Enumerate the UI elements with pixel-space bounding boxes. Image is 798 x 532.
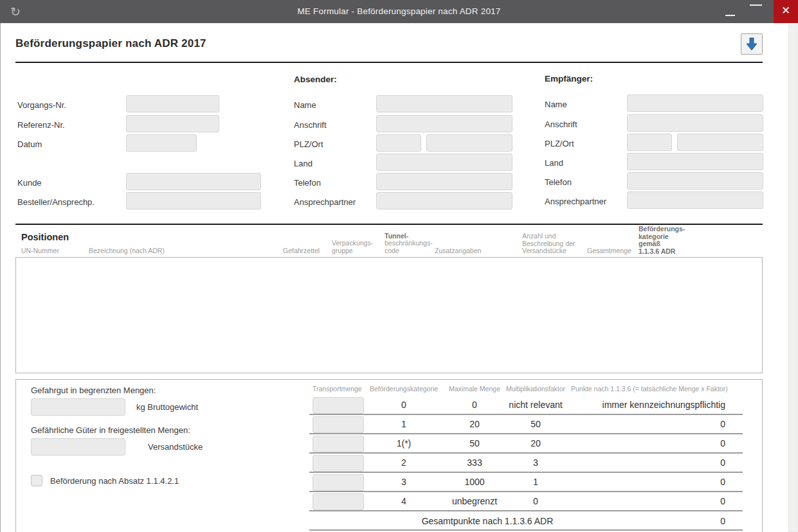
cell-max-menge: 50 — [441, 438, 508, 448]
maximize-icon[interactable] — [750, 4, 762, 6]
table-row: 0 0 nicht relevant immer kennzeichnungsp… — [309, 396, 743, 415]
total-points-value: 0 — [532, 516, 725, 526]
window-border-left — [0, 23, 1, 532]
absender-plz-input[interactable] — [376, 134, 421, 152]
transportmenge-input-1[interactable] — [313, 416, 364, 433]
empfaenger-ansprechpartner-input[interactable] — [627, 191, 763, 209]
datum-input[interactable] — [126, 134, 197, 152]
kunde-label: Kunde — [17, 178, 42, 188]
cell-max-menge: 0 — [441, 400, 508, 410]
col-zusatzangaben: Zusatzangaben — [435, 247, 481, 255]
col-gefahrzettel: Gefahrzettel — [283, 247, 320, 255]
absender-name-label: Name — [294, 100, 316, 110]
empfaenger-land-label: Land — [545, 158, 563, 168]
lt-header-faktor: Multiplikationsfaktor — [499, 385, 572, 393]
transportmenge-input-2[interactable] — [313, 436, 364, 452]
col-verpackungsgruppe: Verpackungs- gruppe — [332, 240, 373, 254]
absender-anschrift-label: Anschrift — [294, 120, 327, 130]
minimize-icon[interactable] — [725, 15, 735, 16]
close-button[interactable]: ✕ — [774, 0, 798, 23]
table-row: 3 1000 1 0 — [309, 473, 743, 492]
limited-quantities-label: Gefahrgut in begrenzten Mengen: — [31, 386, 156, 395]
absender-land-input[interactable] — [376, 154, 512, 171]
absender-ansprechpartner-label: Ansprechpartner — [294, 197, 356, 207]
empfaenger-heading: Empfänger: — [545, 74, 593, 84]
empfaenger-ansprechpartner-label: Ansprechpartner — [545, 197, 606, 206]
col-un-nummer: UN-Nummer — [21, 247, 59, 255]
titlebar: ↻ ME Formular - Beförderungspapier nach … — [0, 0, 798, 23]
transportmenge-input-5[interactable] — [313, 493, 364, 510]
cell-punkte: 0 — [513, 496, 725, 506]
excepted-quantities-input[interactable] — [31, 438, 125, 456]
empfaenger-name-input[interactable] — [627, 94, 763, 112]
cell-punkte: 0 — [513, 438, 725, 448]
down-arrow-icon — [745, 37, 758, 51]
empfaenger-land-input[interactable] — [627, 153, 763, 170]
col-bezeichnung: Bezeichnung (nach ADR) — [89, 247, 165, 255]
transportmenge-input-0[interactable] — [313, 397, 364, 414]
referenz-input[interactable] — [126, 115, 219, 132]
table-row: 4 unbegrenzt 0 0 — [309, 492, 743, 511]
empfaenger-ort-input[interactable] — [677, 134, 763, 151]
positionen-list — [15, 257, 763, 373]
transportmenge-input-4[interactable] — [313, 474, 364, 491]
empfaenger-name-label: Name — [545, 100, 567, 109]
cell-max-menge: 1000 — [441, 477, 508, 487]
empfaenger-anschrift-label: Anschrift — [545, 120, 577, 129]
table-row: 1(*) 50 20 0 — [309, 434, 743, 454]
absender-anschrift-input[interactable] — [376, 115, 512, 132]
besteller-input[interactable] — [126, 192, 261, 209]
referenz-label: Referenz-Nr. — [17, 120, 65, 130]
empfaenger-plz-input[interactable] — [627, 134, 672, 151]
col-kategorie: Beförderungs- kategorie gemäß 1.1.3.6 AD… — [639, 226, 685, 255]
cell-max-menge: unbegrenzt — [441, 496, 508, 506]
absender-plzort-label: PLZ/Ort — [294, 139, 323, 149]
cell-max-menge: 333 — [441, 457, 508, 468]
col-gesamtmenge: Gesamtmenge — [587, 247, 631, 255]
lt-header-punkte: Punkte nach 1.1.3.6 (= tatsächliche Meng… — [571, 385, 728, 393]
empfaenger-telefon-input[interactable] — [627, 172, 763, 190]
absender-ansprechpartner-input[interactable] — [376, 192, 512, 209]
vorgangs-label: Vorgangs-Nr. — [17, 100, 66, 110]
cell-kategorie: 2 — [370, 457, 437, 468]
absender-heading: Absender: — [294, 75, 337, 84]
table-row: 2 333 3 0 — [309, 454, 743, 473]
table-row: 1 20 50 0 — [309, 415, 743, 434]
col-tunnel-rest: beschränkungs- code — [385, 240, 433, 254]
window-title: ME Formular - Beförderungspapier nach AD… — [0, 0, 798, 23]
lt-header-max-menge: Maximale Menge — [441, 385, 508, 393]
absender-telefon-label: Telefon — [294, 178, 321, 188]
download-button[interactable] — [741, 33, 763, 55]
absender-ort-input[interactable] — [426, 134, 512, 152]
transportmenge-input-3[interactable] — [313, 455, 364, 472]
kunde-input[interactable] — [126, 173, 261, 190]
excepted-quantities-unit: Versandstücke — [148, 442, 203, 452]
absender-name-input[interactable] — [376, 95, 512, 112]
vorgangs-input[interactable] — [126, 95, 219, 112]
cell-kategorie: 0 — [370, 400, 437, 410]
cell-max-menge: 20 — [441, 419, 508, 429]
vertical-scrollbar[interactable] — [788, 24, 797, 532]
cell-punkte: immer kennzeichnungspflichtig — [513, 400, 725, 410]
cell-kategorie: 3 — [370, 477, 437, 487]
datum-label: Datum — [17, 139, 42, 149]
cell-punkte: 0 — [513, 457, 725, 468]
absatz-checkbox[interactable] — [31, 475, 42, 486]
limited-quantities-input[interactable] — [31, 398, 125, 416]
lt-header-transportmenge: Transportmenge — [313, 385, 362, 393]
absatz-checkbox-label: Beförderung nach Absatz 1.1.4.2.1 — [50, 476, 179, 486]
besteller-label: Besteller/Ansprechp. — [17, 197, 95, 207]
cell-punkte: 0 — [513, 477, 725, 487]
lt-header-kategorie: Beförderungskategorie — [370, 385, 437, 393]
empfaenger-telefon-label: Telefon — [545, 177, 572, 187]
divider-top — [15, 62, 763, 63]
excepted-quantities-label: Gefährliche Güter in freigestellten Meng… — [31, 425, 190, 435]
positionen-heading: Positionen — [21, 232, 69, 242]
empfaenger-plzort-label: PLZ/Ort — [545, 139, 574, 148]
app-window: ↻ ME Formular - Beförderungspapier nach … — [0, 0, 798, 532]
absender-telefon-input[interactable] — [376, 173, 512, 190]
col-anzahl: Anzahl und Beschreibung der Versandstück… — [522, 233, 575, 255]
empfaenger-anschrift-input[interactable] — [627, 114, 763, 132]
cell-kategorie: 1(*) — [370, 438, 437, 448]
cell-kategorie: 4 — [370, 496, 437, 506]
